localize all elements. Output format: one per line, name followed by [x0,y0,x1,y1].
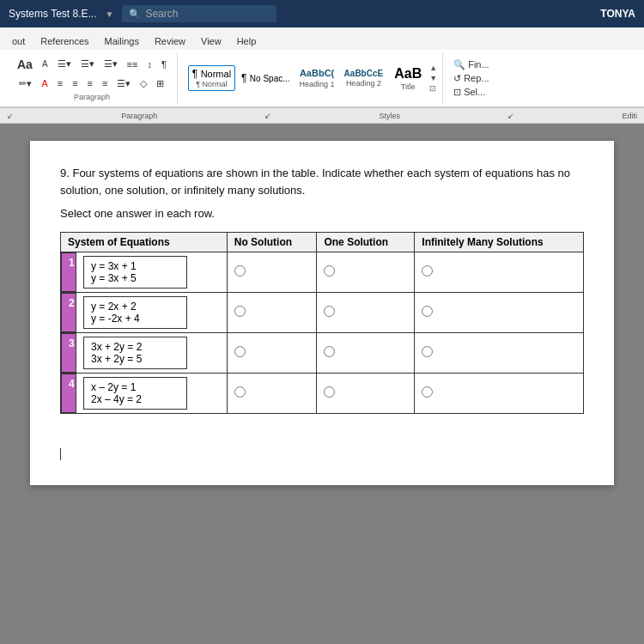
system-cell-4: 4x – 2y = 12x – 4y = 2 [61,374,228,414]
equation-line: 3x + 2y = 2 [91,341,142,353]
list-btn-1[interactable]: ☰▾ [54,57,75,71]
ribbon-tabs: out References Mailings Review View Help [0,27,644,50]
infinite-solution-radio[interactable] [422,306,433,317]
list-btn-2[interactable]: ☰▾ [77,57,98,71]
style-normal-label: ¶ Normal [196,80,227,88]
equation-line: y = 3x + 1 [91,260,137,272]
equation-line: y = 2x + 2 [91,301,137,313]
infinite-solution-cell-1[interactable] [415,252,584,293]
style-heading1[interactable]: AaBbC( Heading 1 [296,66,338,89]
shading-btn[interactable]: ⊞ [153,76,167,91]
no-solution-radio[interactable] [234,265,246,276]
select-btn[interactable]: ⊡ Sel... [453,87,489,98]
one-solution-radio[interactable] [324,265,335,276]
one-solution-radio[interactable] [324,386,335,398]
no-solution-radio[interactable] [234,306,246,317]
no-solution-cell-3[interactable] [227,333,317,374]
row-number-3: 3 [61,333,76,373]
cursor-area [60,448,584,461]
tab-references[interactable]: References [33,33,95,50]
editing-group: 🔍 Fin... ↺ Rep... ⊡ Sel... [448,52,495,104]
one-solution-cell-1[interactable] [317,252,415,293]
one-solution-cell-4[interactable] [317,374,415,414]
ruler-styles-label: Styles [380,112,401,120]
no-solution-radio[interactable] [234,386,246,398]
expand-styles-icon: ⊡ [429,84,437,93]
font-row-1: Aa A ☰▾ ☰▾ ☰▾ ≡≡ ↕ ¶ [14,56,170,73]
question-body: 9. Four systems of equations are shown i… [60,167,570,197]
style-items: ¶ Normal ¶ Normal ¶ No Spac... AaBbC( He… [188,64,427,92]
tab-view[interactable]: View [194,33,228,50]
list-btn-3[interactable]: ☰▾ [100,57,121,71]
border-btn[interactable]: ◇ [137,76,150,91]
one-solution-radio[interactable] [324,306,335,317]
font-aa-btn[interactable]: Aa [14,56,36,73]
search-box[interactable]: 🔍 Search [122,5,276,22]
font-row-2: ✏▾ A ≡ ≡ ≡ ≡ ☰▾ ◇ ⊞ [15,76,167,91]
style-h1-label: Heading 1 [300,80,335,88]
font-group: Aa A ☰▾ ☰▾ ☰▾ ≡≡ ↕ ¶ ✏▾ A ≡ ≡ ≡ ≡ ☰▾ ◇ ⊞… [7,52,178,104]
ruler-expand-1[interactable]: ↙ [7,112,14,120]
title-dropdown-arrow[interactable]: ▼ [105,9,113,19]
style-normal-preview: ¶ Normal [192,68,231,80]
align-left-btn[interactable]: ≡ [54,76,66,90]
one-solution-cell-2[interactable] [317,293,415,333]
pen-btn[interactable]: ✏▾ [15,76,35,91]
equation-line: y = -2x + 4 [91,313,140,325]
align-btn-1[interactable]: ≡≡ [124,58,142,71]
no-solution-cell-4[interactable] [227,374,317,414]
font-small-a-btn[interactable]: A [39,58,52,70]
sort-btn[interactable]: ↕ [143,58,155,71]
style-normal[interactable]: ¶ Normal ¶ Normal [188,65,235,91]
system-cell-1: 1y = 3x + 1y = 3x + 5 [61,252,228,293]
document-area: 9. Four systems of equations are shown i… [0,124,644,644]
infinite-solution-cell-4[interactable] [415,374,584,414]
col-header-one-solution: One Solution [317,233,415,252]
tab-help[interactable]: Help [230,33,264,50]
infinite-solution-radio[interactable] [422,346,433,357]
find-btn[interactable]: 🔍 Fin... [453,59,489,70]
tab-mailings[interactable]: Mailings [98,33,146,50]
document-page: 9. Four systems of equations are shown i… [30,141,614,485]
user-label: TONYA [600,8,635,20]
scroll-up-icon: ▲ [429,64,437,72]
ruler-area: ↙ Paragraph ↙ Styles ↙ Editi [0,108,644,124]
tab-review[interactable]: Review [148,33,192,50]
equation-line: 2x – 4y = 2 [91,393,142,405]
style-no-spacing[interactable]: ¶ No Spac... [238,70,293,86]
style-title[interactable]: AaB Title [389,64,427,92]
one-solution-radio[interactable] [324,346,335,357]
text-cursor [60,448,61,460]
ruler-expand-2[interactable]: ↙ [264,112,271,120]
replace-btn[interactable]: ↺ Rep... [453,73,489,84]
equations-cell-1: y = 3x + 1y = 3x + 5 [84,257,187,289]
question-text: 9. Four systems of equations are shown i… [60,165,584,198]
styles-scroll[interactable]: ▲ ▼ ⊡ [429,64,437,93]
style-nospacing-preview: ¶ No Spac... [241,72,289,84]
style-h2-preview: AaBbCcE [344,69,384,79]
ruler-editing-label: Editi [622,112,637,120]
scroll-down-icon: ▼ [429,74,437,82]
no-solution-radio[interactable] [234,346,246,357]
styles-group: ¶ Normal ¶ Normal ¶ No Spac... AaBbC( He… [183,52,443,104]
row-number-1: 1 [61,252,76,292]
tab-out[interactable]: out [5,33,32,50]
no-solution-cell-1[interactable] [227,252,317,293]
pilcrow-btn[interactable]: ¶ [158,58,170,71]
style-title-preview: AaB [394,65,422,82]
infinite-solution-cell-2[interactable] [415,293,584,333]
infinite-solution-radio[interactable] [422,265,433,276]
style-heading2[interactable]: AaBbCcE Heading 2 [341,67,387,89]
ruler-expand-3[interactable]: ↙ [507,112,514,120]
align-right-btn[interactable]: ≡ [84,76,96,90]
align-center-btn[interactable]: ≡ [69,76,81,90]
infinite-solution-cell-3[interactable] [415,333,584,374]
indent-btn[interactable]: ☰▾ [113,76,134,91]
font-color-btn[interactable]: A [38,76,51,90]
search-placeholder: Search [145,8,178,20]
one-solution-cell-3[interactable] [317,333,415,374]
no-solution-cell-2[interactable] [227,293,317,333]
align-justify-btn[interactable]: ≡ [99,76,111,90]
infinite-solution-radio[interactable] [422,386,433,398]
row-number-2: 2 [61,293,76,332]
